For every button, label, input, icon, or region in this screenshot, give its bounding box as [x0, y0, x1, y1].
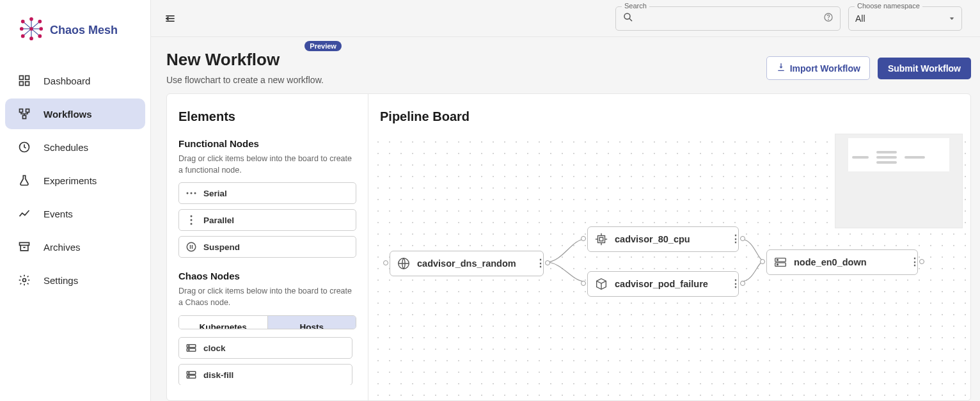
- element-suspend[interactable]: Suspend: [178, 236, 356, 258]
- pipeline-node-label: cadvisor_pod_failure: [615, 279, 708, 289]
- search-input[interactable]: [638, 13, 823, 24]
- functional-help: Drag or click items below into the board…: [178, 153, 356, 176]
- svg-point-35: [191, 219, 193, 221]
- host-icon: [773, 255, 787, 269]
- svg-rect-17: [20, 109, 23, 113]
- chaos-tabs: Kubernetes Hosts: [178, 315, 356, 330]
- element-parallel[interactable]: Parallel: [178, 209, 356, 231]
- search-box[interactable]: [615, 6, 841, 31]
- clock-icon: [18, 141, 31, 153]
- sidebar-item-archives[interactable]: Archives: [5, 232, 145, 262]
- namespace-label: Choose namespace: [855, 2, 922, 10]
- brand-text: Chaos Mesh: [50, 24, 118, 37]
- sidebar-item-workflows[interactable]: Workflows: [5, 98, 145, 129]
- node-menu-icon[interactable]: ⋮: [530, 258, 537, 269]
- chevron-down-icon: [949, 13, 955, 24]
- pipeline-node-cadvisor-dns-random[interactable]: cadvisor_dns_random ⋮: [390, 251, 544, 276]
- svg-point-34: [191, 216, 193, 217]
- node-menu-icon[interactable]: ⋮: [725, 279, 732, 289]
- functional-heading: Functional Nodes: [178, 138, 356, 149]
- svg-point-33: [194, 193, 196, 194]
- element-label: Suspend: [203, 242, 240, 252]
- svg-rect-15: [20, 82, 24, 86]
- output-port[interactable]: [545, 260, 550, 265]
- elements-title: Elements: [178, 109, 356, 124]
- sidebar-item-label: Events: [43, 208, 73, 219]
- svg-rect-54: [599, 237, 603, 241]
- main-card: Elements Functional Nodes Drag or click …: [166, 93, 971, 401]
- cube-icon: [594, 277, 608, 291]
- search-icon: [622, 12, 634, 26]
- sidebar-item-settings[interactable]: Settings: [5, 265, 145, 295]
- tab-hosts[interactable]: Hosts: [268, 316, 356, 329]
- element-clock[interactable]: clock: [178, 337, 352, 359]
- input-port[interactable]: [383, 260, 388, 265]
- input-port[interactable]: [760, 259, 765, 264]
- svg-point-36: [191, 223, 193, 225]
- import-label: Import Workflow: [790, 63, 860, 74]
- element-disk-fill[interactable]: disk-fill: [178, 364, 352, 385]
- host-icon: [186, 369, 197, 381]
- svg-rect-19: [23, 116, 26, 119]
- pipeline-node-cadvisor-pod-failure[interactable]: cadvisor_pod_failure ⋮: [587, 271, 739, 297]
- svg-point-62: [777, 264, 778, 265]
- sidebar-item-experiments[interactable]: Experiments: [5, 165, 145, 196]
- node-menu-icon[interactable]: ⋮: [905, 257, 911, 267]
- collapse-sidebar-button[interactable]: [161, 10, 179, 28]
- pipeline-canvas[interactable]: cadvisor_dns_random ⋮ cadvisor_80_cpu ⋮: [368, 132, 970, 400]
- svg-point-26: [624, 13, 630, 19]
- sidebar-item-dashboard[interactable]: Dashboard: [5, 65, 145, 96]
- element-label: Serial: [203, 189, 227, 198]
- svg-point-9: [29, 36, 33, 40]
- help-icon[interactable]: [823, 12, 834, 25]
- svg-point-32: [191, 193, 193, 194]
- submit-workflow-button[interactable]: Submit Workflow: [878, 58, 971, 79]
- svg-point-43: [189, 350, 190, 351]
- output-port[interactable]: [919, 259, 924, 264]
- submit-label: Submit Workflow: [888, 63, 961, 74]
- sidebar-item-label: Archives: [43, 242, 81, 253]
- svg-rect-16: [26, 82, 29, 86]
- svg-point-29: [828, 19, 829, 20]
- pipeline-node-cadvisor-80-cpu[interactable]: cadvisor_80_cpu ⋮: [587, 226, 739, 252]
- svg-point-10: [20, 27, 24, 31]
- node-menu-icon[interactable]: ⋮: [725, 234, 732, 244]
- svg-point-31: [187, 193, 189, 194]
- nav: Dashboard Workflows Schedules Experiment…: [0, 56, 150, 304]
- svg-point-46: [189, 373, 190, 374]
- svg-point-12: [29, 27, 33, 31]
- cpu-icon: [594, 232, 608, 246]
- search-label: Search: [622, 2, 649, 10]
- topbar: Search Choose namespace All: [151, 0, 980, 37]
- element-label: clock: [203, 343, 226, 353]
- svg-point-22: [23, 279, 26, 282]
- element-serial[interactable]: Serial: [178, 182, 356, 204]
- search-field: Search: [615, 6, 841, 31]
- namespace-field: Choose namespace All: [848, 6, 962, 31]
- sidebar-item-schedules[interactable]: Schedules: [5, 132, 145, 162]
- chaos-heading: Chaos Nodes: [178, 271, 356, 281]
- svg-point-42: [189, 346, 190, 347]
- minimap[interactable]: [835, 134, 963, 228]
- chaos-help: Drag or click items below into the board…: [178, 285, 356, 308]
- input-port[interactable]: [581, 236, 586, 241]
- output-port[interactable]: [740, 281, 745, 286]
- import-workflow-button[interactable]: Import Workflow: [766, 56, 870, 80]
- svg-point-4: [21, 20, 25, 24]
- element-label: Parallel: [203, 216, 234, 225]
- preview-badge: Preview: [304, 41, 342, 51]
- minimap-viewport: [848, 138, 949, 171]
- tab-kubernetes[interactable]: Kubernetes: [179, 316, 268, 329]
- namespace-select[interactable]: All: [848, 6, 962, 31]
- page-subtitle: Use flowchart to create a new workflow.: [166, 75, 324, 85]
- output-port[interactable]: [740, 236, 745, 241]
- svg-point-7: [38, 35, 42, 38]
- pipeline-board-panel: Pipeline Board cadvisor_dns_rando: [368, 94, 970, 400]
- events-icon: [18, 207, 31, 220]
- globe-icon: [397, 256, 411, 271]
- sidebar-item-events[interactable]: Events: [5, 198, 145, 229]
- pipeline-node-node-en0-down[interactable]: node_en0_down ⋮: [766, 249, 918, 275]
- svg-rect-13: [20, 76, 24, 80]
- input-port[interactable]: [581, 281, 586, 286]
- pipeline-node-label: cadvisor_80_cpu: [615, 234, 690, 244]
